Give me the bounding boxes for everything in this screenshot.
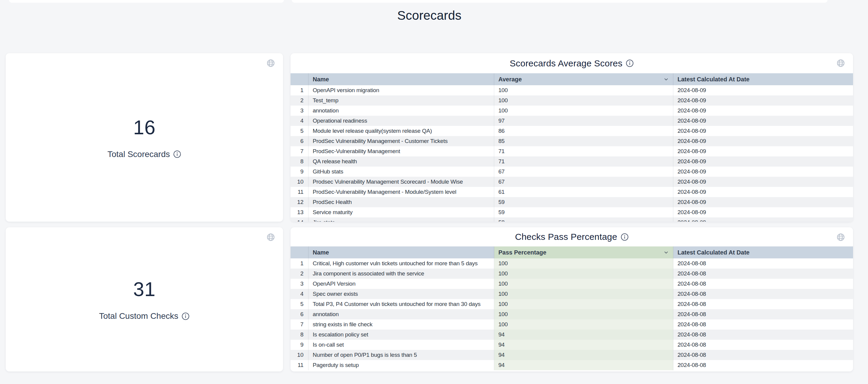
row-name: annotation bbox=[309, 106, 494, 116]
table-row[interactable]: 1Critical, High customer vuln tickets un… bbox=[290, 258, 853, 269]
row-name: Operational readiness bbox=[309, 116, 494, 126]
table-row[interactable]: 5Total P3, P4 Customer vuln tickets unto… bbox=[290, 299, 853, 309]
stat-value: 31 bbox=[133, 278, 155, 301]
row-value: 100 bbox=[494, 258, 673, 269]
row-name: GitHub stats bbox=[309, 167, 494, 177]
row-date: 2024-08-08 bbox=[673, 269, 853, 279]
row-date: 2024-08-09 bbox=[673, 85, 853, 95]
row-name: string exists in file check bbox=[309, 319, 494, 329]
row-date: 2024-08-08 bbox=[673, 258, 853, 269]
row-name: Test_temp bbox=[309, 95, 494, 106]
table-row[interactable]: 10Number of open P0/P1 bugs is less than… bbox=[290, 350, 853, 360]
row-index: 4 bbox=[290, 116, 309, 126]
table-row[interactable]: 4Spec owner exists1002024-08-08 bbox=[290, 289, 853, 299]
row-value: 94 bbox=[494, 329, 673, 340]
table-row[interactable]: 8QA release health712024-08-09 bbox=[290, 156, 853, 167]
clipped-card-above-right bbox=[292, 0, 828, 3]
header-latest-calculated-at-date[interactable]: Latest Calculated At Date bbox=[673, 246, 853, 258]
row-date: 2024-08-09 bbox=[673, 126, 853, 136]
row-name: ProdSec-Vulnerability Management bbox=[309, 146, 494, 156]
row-index: 3 bbox=[290, 279, 309, 289]
table-row[interactable]: 11ProdSec-Vulnerability Management - Mod… bbox=[290, 187, 853, 197]
row-index: 5 bbox=[290, 299, 309, 309]
row-name: Jira component is associated with the se… bbox=[309, 269, 494, 279]
globe-icon bbox=[836, 59, 845, 68]
row-index: 4 bbox=[290, 289, 309, 299]
table-row[interactable]: 14Jira stats582024-08-09 bbox=[290, 217, 853, 221]
row-date: 2024-08-08 bbox=[673, 350, 853, 360]
table-row[interactable]: 7string exists in file check1002024-08-0… bbox=[290, 319, 853, 329]
row-index: 3 bbox=[290, 106, 309, 116]
table-row[interactable]: 5Module level release quality(system rel… bbox=[290, 126, 853, 136]
row-date: 2024-08-08 bbox=[673, 329, 853, 340]
row-index: 7 bbox=[290, 319, 309, 329]
row-name: Service maturity bbox=[309, 207, 494, 217]
table-row[interactable]: 8Is escalation policy set942024-08-08 bbox=[290, 329, 853, 340]
header-name[interactable]: Name bbox=[309, 73, 494, 85]
table-row[interactable]: 6annotation1002024-08-08 bbox=[290, 309, 853, 319]
info-icon[interactable] bbox=[182, 312, 190, 320]
header-row-index bbox=[290, 73, 309, 85]
row-name: Pagerduty is setup bbox=[309, 360, 494, 370]
info-icon[interactable] bbox=[621, 233, 629, 241]
row-name: Critical, High customer vuln tickets unt… bbox=[309, 258, 494, 269]
row-index: 9 bbox=[290, 340, 309, 350]
row-date: 2024-08-09 bbox=[673, 156, 853, 167]
globe-icon bbox=[836, 233, 845, 242]
header-pass-percentage[interactable]: Pass Percentage bbox=[494, 246, 673, 258]
table-row[interactable]: 2Test_temp1002024-08-09 bbox=[290, 95, 853, 106]
row-index: 8 bbox=[290, 156, 309, 167]
row-index: 2 bbox=[290, 95, 309, 106]
checks-pass-percentage-widget: Checks Pass Percentage Name Pass Percent… bbox=[290, 227, 853, 372]
table-row[interactable]: 7ProdSec-Vulnerability Management712024-… bbox=[290, 146, 853, 156]
row-date: 2024-08-09 bbox=[673, 136, 853, 146]
row-value: 97 bbox=[494, 116, 673, 126]
table-row[interactable]: 9Is on-call set942024-08-08 bbox=[290, 340, 853, 350]
row-date: 2024-08-08 bbox=[673, 340, 853, 350]
row-name: Jira stats bbox=[309, 217, 494, 221]
header-name[interactable]: Name bbox=[309, 246, 494, 258]
row-index: 6 bbox=[290, 136, 309, 146]
table-row[interactable]: 10Prodsec Vulnerability Management Score… bbox=[290, 177, 853, 187]
row-value: 100 bbox=[494, 106, 673, 116]
table-row[interactable]: 9GitHub stats672024-08-09 bbox=[290, 167, 853, 177]
table-row[interactable]: 3annotation1002024-08-09 bbox=[290, 106, 853, 116]
table-row[interactable]: 13Service maturity592024-08-09 bbox=[290, 207, 853, 217]
row-date: 2024-08-08 bbox=[673, 289, 853, 299]
row-index: 14 bbox=[290, 217, 309, 221]
table-row[interactable]: 11Pagerduty is setup942024-08-08 bbox=[290, 360, 853, 370]
row-date: 2024-08-08 bbox=[673, 279, 853, 289]
table-row[interactable]: 6ProdSec Vulnerability Management - Cust… bbox=[290, 136, 853, 146]
table-row[interactable]: 4Operational readiness972024-08-09 bbox=[290, 116, 853, 126]
info-icon[interactable] bbox=[173, 150, 181, 158]
chevron-down-icon[interactable] bbox=[663, 76, 670, 82]
table-row[interactable]: 3OpenAPI Version1002024-08-08 bbox=[290, 279, 853, 289]
stat-label: Total Scorecards bbox=[107, 149, 170, 159]
table-body: 1OpenAPI version migration1002024-08-092… bbox=[290, 85, 853, 221]
row-index: 10 bbox=[290, 350, 309, 360]
row-date: 2024-08-08 bbox=[673, 309, 853, 319]
header-average[interactable]: Average bbox=[494, 73, 673, 85]
table-row[interactable]: 1OpenAPI version migration1002024-08-09 bbox=[290, 85, 853, 95]
globe-icon bbox=[266, 233, 275, 242]
row-name: ProdSec Health bbox=[309, 197, 494, 207]
info-icon[interactable] bbox=[626, 59, 634, 67]
clipped-card-above-left bbox=[9, 0, 284, 3]
row-value: 59 bbox=[494, 207, 673, 217]
table-row[interactable]: 12ProdSec Health592024-08-09 bbox=[290, 197, 853, 207]
row-date: 2024-08-08 bbox=[673, 360, 853, 370]
row-index: 2 bbox=[290, 269, 309, 279]
row-value: 100 bbox=[494, 95, 673, 106]
row-value: 94 bbox=[494, 350, 673, 360]
row-value: 94 bbox=[494, 360, 673, 370]
table-row[interactable]: 2Jira component is associated with the s… bbox=[290, 269, 853, 279]
row-value: 100 bbox=[494, 299, 673, 309]
chevron-down-icon[interactable] bbox=[663, 249, 670, 256]
row-index: 9 bbox=[290, 167, 309, 177]
row-index: 11 bbox=[290, 187, 309, 197]
row-name: Prodsec Vulnerability Management Scoreca… bbox=[309, 177, 494, 187]
row-value: 100 bbox=[494, 279, 673, 289]
row-name: ProdSec-Vulnerability Management - Modul… bbox=[309, 187, 494, 197]
header-latest-calculated-at-date[interactable]: Latest Calculated At Date bbox=[673, 73, 853, 85]
row-value: 100 bbox=[494, 85, 673, 95]
